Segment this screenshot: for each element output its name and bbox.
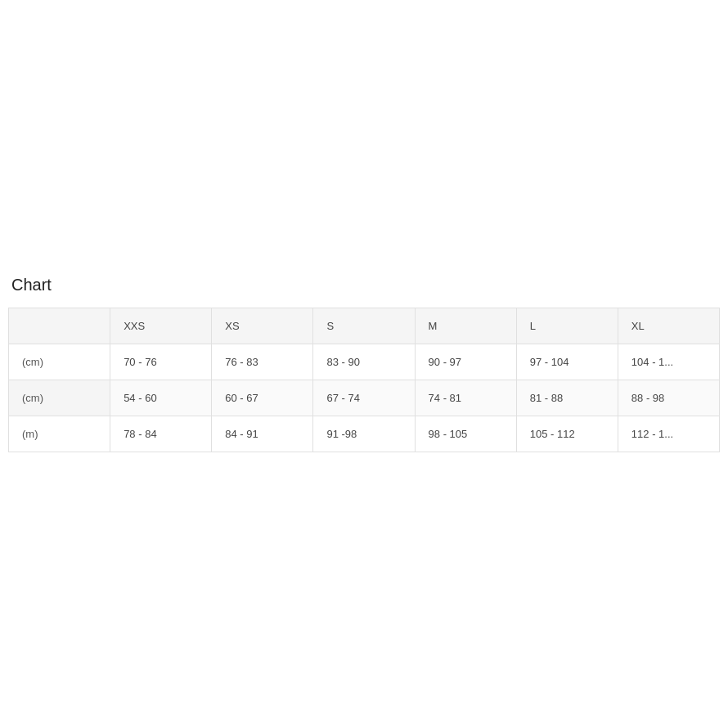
cell-row1-l: 81 - 88 bbox=[516, 380, 618, 416]
col-header-m: M bbox=[415, 308, 516, 344]
table-row: (cm) 70 - 76 76 - 83 83 - 90 90 - 97 97 … bbox=[9, 344, 720, 380]
cell-row2-s: 91 -98 bbox=[313, 416, 415, 452]
row-label-0: (cm) bbox=[9, 344, 110, 380]
cell-row0-xxs: 70 - 76 bbox=[110, 344, 212, 380]
header-row: XXS XS S M L XL bbox=[9, 308, 720, 344]
cell-row2-l: 105 - 112 bbox=[516, 416, 618, 452]
cell-row0-m: 90 - 97 bbox=[415, 344, 516, 380]
cell-row0-xl: 104 - 1... bbox=[618, 344, 719, 380]
col-header-xxs: XXS bbox=[110, 308, 212, 344]
table-header: XXS XS S M L XL bbox=[9, 308, 720, 344]
cell-row2-xs: 84 - 91 bbox=[212, 416, 313, 452]
cell-row1-xxs: 54 - 60 bbox=[110, 380, 212, 416]
cell-row2-m: 98 - 105 bbox=[415, 416, 516, 452]
table-row: (m) 78 - 84 84 - 91 91 -98 98 - 105 105 … bbox=[9, 416, 720, 452]
col-header-xs: XS bbox=[212, 308, 313, 344]
cell-row0-xs: 76 - 83 bbox=[212, 344, 313, 380]
cell-row1-m: 74 - 81 bbox=[415, 380, 516, 416]
row-label-1: (cm) bbox=[9, 380, 110, 416]
cell-row0-s: 83 - 90 bbox=[313, 344, 415, 380]
cell-row1-xl: 88 - 98 bbox=[618, 380, 719, 416]
cell-row0-l: 97 - 104 bbox=[516, 344, 618, 380]
chart-title: Chart bbox=[8, 276, 720, 294]
col-header-l: L bbox=[516, 308, 618, 344]
cell-row2-xl: 112 - 1... bbox=[618, 416, 719, 452]
size-table: XXS XS S M L XL (cm) 70 - 76 76 - 83 83 … bbox=[8, 308, 720, 452]
table-body: (cm) 70 - 76 76 - 83 83 - 90 90 - 97 97 … bbox=[9, 344, 720, 452]
cell-row1-s: 67 - 74 bbox=[313, 380, 415, 416]
col-header-xl: XL bbox=[618, 308, 719, 344]
col-header-s: S bbox=[313, 308, 415, 344]
page-wrapper: Chart XXS XS S M L XL (cm) 70 - 76 76 - … bbox=[0, 0, 728, 728]
col-header-empty bbox=[9, 308, 110, 344]
cell-row2-xxs: 78 - 84 bbox=[110, 416, 212, 452]
row-label-2: (m) bbox=[9, 416, 110, 452]
table-row: (cm) 54 - 60 60 - 67 67 - 74 74 - 81 81 … bbox=[9, 380, 720, 416]
cell-row1-xs: 60 - 67 bbox=[212, 380, 313, 416]
